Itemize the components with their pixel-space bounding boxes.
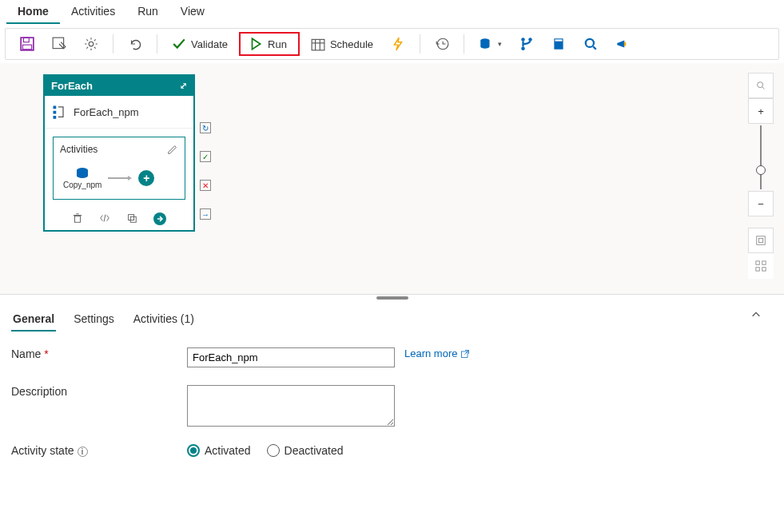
tab-view[interactable]: View [169, 0, 216, 24]
layout-button[interactable] [748, 253, 774, 279]
connector-loop-icon[interactable]: ↻ [200, 122, 211, 133]
svg-rect-5 [312, 39, 324, 50]
database-icon [479, 37, 493, 51]
toolbar: Validate Run Schedule ▾ [5, 28, 779, 60]
code-icon[interactable] [99, 212, 110, 224]
save-icon [20, 37, 34, 51]
tab-activities[interactable]: Activities [60, 0, 126, 24]
zoom-out-button[interactable]: − [748, 191, 774, 216]
connector-fail-icon[interactable]: ✕ [200, 180, 211, 191]
foreach-icon [51, 104, 67, 120]
svg-rect-32 [756, 261, 759, 264]
fit-button[interactable] [748, 228, 774, 253]
chevron-up-icon [750, 309, 762, 320]
lightning-icon [391, 37, 405, 51]
undo-icon [128, 37, 142, 51]
name-input[interactable] [187, 347, 395, 367]
svg-rect-26 [129, 215, 134, 220]
radio-deactivated[interactable]: Deactivated [267, 444, 344, 457]
schedule-button[interactable]: Schedule [304, 32, 380, 56]
gear-icon [84, 37, 98, 51]
svg-rect-20 [54, 116, 57, 119]
check-icon [172, 37, 186, 51]
svg-rect-18 [54, 106, 57, 109]
run-button[interactable]: Run [239, 32, 300, 56]
panel-collapse-button[interactable] [750, 309, 773, 332]
panel-tab-settings[interactable]: Settings [72, 309, 116, 332]
panel-tab-general[interactable]: General [11, 309, 56, 332]
validate-button[interactable]: Validate [165, 32, 234, 56]
megaphone-icon [615, 37, 630, 51]
search-button[interactable] [577, 32, 604, 56]
go-icon[interactable] [153, 212, 166, 225]
foreach-title: ForEach [51, 80, 93, 92]
branch-button[interactable] [513, 32, 540, 56]
info-icon[interactable]: i [78, 447, 88, 457]
radio-activated[interactable]: Activated [187, 444, 251, 457]
save-as-button[interactable] [46, 32, 73, 56]
tab-run[interactable]: Run [126, 0, 169, 24]
panel-resize-handle[interactable] [376, 296, 408, 300]
separator [157, 34, 157, 54]
data-button[interactable]: ▾ [472, 32, 508, 56]
undo-button[interactable] [121, 32, 149, 56]
pipeline-canvas[interactable]: ForEach ⤢ ForEach_npm Activities Copy_np… [0, 63, 784, 295]
trash-icon[interactable] [72, 212, 83, 224]
general-form: Name * Learn more Description Activity s… [0, 332, 784, 490]
copy-icon [74, 166, 90, 181]
svg-point-16 [586, 39, 594, 47]
learn-more-link[interactable]: Learn more [404, 347, 470, 359]
clone-icon[interactable] [126, 212, 137, 224]
panel-tab-activities[interactable]: Activities (1) [132, 309, 196, 332]
external-link-icon [460, 349, 470, 359]
separator [464, 34, 464, 54]
calendar-icon [311, 37, 325, 51]
run-label: Run [268, 38, 287, 50]
description-label: Description [11, 385, 187, 398]
svg-rect-34 [756, 268, 759, 271]
separator [113, 34, 113, 54]
history-icon [435, 37, 449, 51]
schedule-label: Schedule [330, 38, 373, 50]
search-icon [583, 37, 598, 51]
trigger-button[interactable] [384, 32, 412, 56]
zoom-handle[interactable] [756, 165, 766, 175]
find-button[interactable] [748, 73, 774, 98]
svg-point-13 [521, 46, 525, 50]
save-button[interactable] [14, 32, 41, 56]
add-activity-button[interactable]: + [138, 170, 154, 186]
svg-rect-23 [75, 216, 81, 222]
foreach-name-row: ForEach_npm [45, 96, 193, 129]
announce-button[interactable] [609, 32, 636, 56]
foreach-activities-box[interactable]: Activities Copy_npm + [53, 137, 185, 200]
svg-rect-2 [22, 45, 31, 50]
connector-success-icon[interactable]: ✓ [200, 151, 211, 162]
history-button[interactable] [428, 32, 456, 56]
book-icon [551, 37, 566, 51]
expand-icon[interactable]: ⤢ [180, 81, 187, 91]
zoom-slider[interactable] [760, 125, 762, 189]
svg-rect-35 [762, 268, 766, 271]
foreach-name-text: ForEach_npm [74, 106, 139, 118]
description-input[interactable] [187, 385, 395, 427]
save-as-icon [52, 37, 66, 51]
validate-label: Validate [191, 38, 228, 50]
connector-skip-icon[interactable]: → [200, 208, 211, 220]
branch-icon [519, 37, 534, 51]
svg-rect-31 [758, 238, 762, 242]
copy-activity[interactable]: Copy_npm [63, 166, 101, 189]
activities-label: Activities [60, 144, 98, 155]
svg-rect-15 [555, 39, 563, 41]
book-button[interactable] [545, 32, 572, 56]
svg-rect-33 [762, 261, 766, 264]
pencil-icon[interactable] [167, 144, 178, 155]
zoom-in-button[interactable]: + [748, 98, 774, 124]
tab-home[interactable]: Home [6, 0, 60, 24]
foreach-activity-card[interactable]: ForEach ⤢ ForEach_npm Activities Copy_np… [43, 74, 195, 232]
svg-point-12 [528, 38, 532, 42]
activity-state-label: Activity statei [11, 444, 187, 457]
card-footer [45, 208, 193, 230]
inner-flow: Copy_npm + [60, 166, 178, 189]
settings-button[interactable] [78, 32, 105, 56]
svg-point-4 [89, 42, 94, 46]
